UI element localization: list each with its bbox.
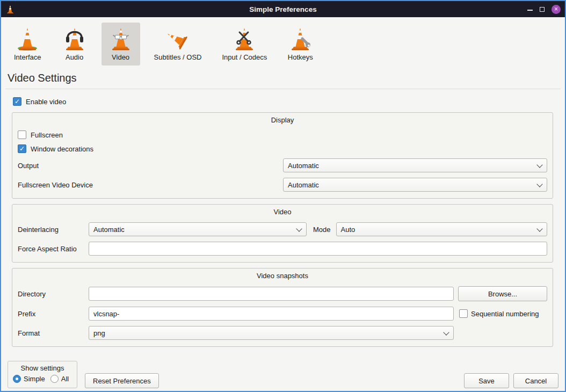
radio-simple-label: Simple — [24, 375, 45, 383]
chevron-down-icon — [443, 329, 449, 335]
toolbar-item-subtitles[interactable]: Subtitles / OSD — [148, 23, 208, 66]
toolbar-item-codecs[interactable]: Input / Codecs — [215, 23, 273, 66]
cancel-button[interactable]: Cancel — [513, 373, 558, 388]
fullscreen-label: Fullscreen — [31, 131, 63, 139]
radio-simple[interactable]: Simple — [13, 375, 45, 383]
output-label: Output — [18, 162, 283, 170]
format-label: Format — [18, 329, 89, 337]
browse-button[interactable]: Browse... — [458, 286, 547, 301]
toolbar-item-label: Audio — [66, 53, 83, 61]
hotkeys-icon — [287, 26, 313, 52]
subtitles-icon — [165, 26, 191, 52]
minimize-button[interactable] — [527, 6, 533, 12]
page-title: Video Settings — [8, 72, 565, 84]
force-aspect-ratio-input[interactable] — [89, 242, 547, 256]
display-group-title: Display — [18, 115, 547, 125]
input-codecs-icon — [231, 26, 257, 52]
deinterlacing-value: Automatic — [93, 226, 125, 234]
mode-label: Mode — [313, 226, 331, 234]
checkbox-icon — [459, 309, 468, 318]
format-value: png — [93, 329, 105, 337]
format-select[interactable]: png — [89, 326, 454, 340]
checkbox-icon — [18, 130, 26, 139]
deinterlacing-label: Deinterlacing — [18, 226, 89, 234]
toolbar-item-label: Hotkeys — [288, 53, 313, 61]
fullscreen-video-device-value: Automatic — [288, 181, 319, 189]
toolbar-item-label: Subtitles / OSD — [154, 53, 202, 61]
video-icon — [108, 26, 134, 52]
toolbar-item-label: Input / Codecs — [222, 53, 267, 61]
chevron-down-icon — [536, 226, 542, 231]
window-controls — [523, 5, 561, 14]
enable-video-label: Enable video — [26, 98, 66, 106]
interface-icon — [14, 26, 40, 52]
sequential-numbering-label: Sequential numbering — [471, 310, 539, 318]
snapshots-group: Video snapshots Directory Browse... Pref… — [12, 268, 553, 347]
toolbar-item-label: Video — [112, 53, 129, 61]
snapshots-group-title: Video snapshots — [18, 271, 547, 281]
preferences-window: Simple Preferences Interface — [0, 0, 566, 392]
vlc-app-icon — [5, 4, 43, 14]
chevron-down-icon — [536, 181, 542, 187]
fullscreen-checkbox[interactable]: Fullscreen — [18, 130, 547, 139]
fullscreen-video-device-label: Fullscreen Video Device — [18, 181, 283, 189]
output-value: Automatic — [288, 162, 319, 170]
directory-input[interactable] — [89, 287, 454, 301]
toolbar-item-interface[interactable]: Interface — [8, 23, 48, 66]
save-button[interactable]: Save — [464, 373, 509, 388]
video-group: Video Deinterlacing Automatic Mode Auto … — [12, 204, 553, 263]
show-settings-title: Show settings — [13, 364, 72, 375]
display-group: Display Fullscreen Window decorations Ou… — [12, 112, 553, 199]
prefix-input[interactable] — [89, 307, 454, 321]
window-decorations-checkbox[interactable]: Window decorations — [18, 144, 547, 153]
toolbar-item-hotkeys[interactable]: Hotkeys — [281, 23, 320, 66]
prefix-label: Prefix — [18, 310, 89, 318]
toolbar-item-video[interactable]: Video — [101, 23, 140, 66]
restore-button[interactable] — [540, 7, 545, 12]
close-button[interactable] — [552, 5, 561, 14]
radio-icon — [13, 375, 21, 383]
mode-value: Auto — [341, 226, 355, 234]
heading-divider — [5, 89, 561, 89]
fullscreen-video-device-select[interactable]: Automatic — [283, 178, 547, 192]
toolbar-item-audio[interactable]: Audio — [55, 23, 94, 66]
sequential-numbering-checkbox[interactable]: Sequential numbering — [459, 309, 539, 318]
checkbox-icon — [18, 144, 26, 153]
deinterlacing-select[interactable]: Automatic — [89, 222, 307, 236]
output-select[interactable]: Automatic — [283, 158, 547, 172]
reset-preferences-button[interactable]: Reset Preferences — [85, 373, 159, 388]
radio-icon — [50, 375, 59, 383]
checkbox-icon — [13, 97, 21, 106]
titlebar: Simple Preferences — [1, 1, 565, 17]
radio-all[interactable]: All — [50, 375, 69, 383]
radio-all-label: All — [61, 375, 69, 383]
force-aspect-ratio-label: Force Aspect Ratio — [18, 245, 89, 253]
video-group-title: Video — [18, 207, 547, 217]
chevron-down-icon — [536, 162, 542, 168]
window-title: Simple Preferences — [43, 5, 523, 13]
category-toolbar: Interface Audio — [1, 17, 565, 67]
window-decorations-label: Window decorations — [31, 145, 93, 153]
enable-video-checkbox[interactable]: Enable video — [13, 97, 66, 106]
chevron-down-icon — [296, 226, 302, 231]
toolbar-item-label: Interface — [14, 53, 41, 61]
deinterlacing-mode-select[interactable]: Auto — [336, 222, 547, 236]
show-settings-group: Show settings Simple All — [8, 361, 77, 388]
footer: Show settings Simple All Reset Preferenc… — [8, 361, 558, 388]
audio-icon — [62, 26, 88, 52]
directory-label: Directory — [18, 290, 89, 298]
